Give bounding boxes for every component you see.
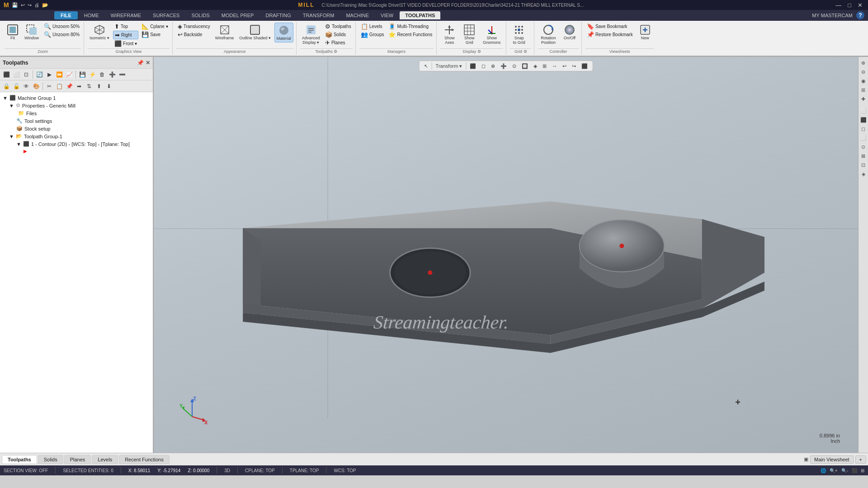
my-mastercam-label[interactable]: MY MASTERCAM (812, 13, 853, 18)
status-fit-icon[interactable]: ⬛ (852, 468, 857, 473)
save-view-button[interactable]: 💾 Save (140, 31, 169, 38)
show-axes-btn[interactable]: ShowAxes (440, 23, 458, 46)
rotation-position-btn[interactable]: RotationPosition (538, 23, 559, 46)
tab-modelprep[interactable]: MODEL PREP (216, 11, 259, 19)
status-expand-icon[interactable]: ⊞ (861, 468, 864, 473)
unlock-btn[interactable]: 🔓 (12, 82, 21, 91)
vp-tool10[interactable]: ⬛ (580, 63, 590, 70)
bottom-tab-solids[interactable]: Solids (38, 455, 63, 464)
tab-wireframe[interactable]: WIREFRAME (105, 11, 146, 19)
right-btn-6[interactable]: ⬜ (859, 107, 868, 115)
solids-mgr-btn[interactable]: 📦 Solids (324, 31, 353, 38)
vp-tool1[interactable]: ⬛ (468, 63, 478, 70)
highfeed-btn[interactable]: ⚡ (88, 70, 97, 79)
viewsheet-add-btn[interactable]: + (855, 455, 866, 464)
vp-tool4[interactable]: ➕ (499, 63, 509, 70)
right-btn-1[interactable]: ⊕ (859, 59, 868, 67)
tab-file[interactable]: FILE (54, 11, 78, 19)
vp-transform-btn[interactable]: Transform ▾ (434, 63, 464, 70)
tab-drafting[interactable]: DRAFTING (260, 11, 296, 19)
copy-btn[interactable]: 📋 (55, 82, 64, 91)
close-btn[interactable]: ✕ (856, 2, 864, 9)
unzoom50-button[interactable]: 🔍 Unzoom 50% (42, 23, 81, 30)
panel-close-btn[interactable]: ✕ (146, 60, 150, 66)
restore-bookmark-btn[interactable]: 📌 Restore Bookmark (585, 31, 634, 38)
lock-btn[interactable]: 🔒 (2, 82, 11, 91)
vp-tool5[interactable]: ⊙ (510, 63, 518, 70)
tree-files[interactable]: 📁 Files (2, 109, 151, 117)
maximize-btn[interactable]: □ (846, 2, 853, 9)
save-bookmark-btn[interactable]: 🔖 Save Bookmark (585, 23, 634, 30)
levels-btn[interactable]: 📋 Levels (359, 23, 386, 30)
isometric-button[interactable]: Isometric ▾ (88, 23, 111, 42)
hide-btn[interactable]: 👁 (22, 82, 31, 91)
right-btn-4[interactable]: ⊞ (859, 86, 868, 94)
redo-icon[interactable]: ↪ (28, 2, 32, 8)
panel-pin-btn[interactable]: 📌 (137, 60, 144, 66)
bottom-tab-recent[interactable]: Recent Functions (119, 455, 170, 464)
color-btn[interactable]: 🎨 (32, 82, 41, 91)
fit-button[interactable]: Fit (5, 23, 21, 42)
vp-undo[interactable]: ↩ (561, 63, 568, 70)
translucency-button[interactable]: ◈ Translucency (176, 23, 212, 30)
right-btn-9[interactable]: ⬜ (859, 134, 868, 142)
vp-tool8[interactable]: ⊞ (541, 63, 548, 70)
verify-btn[interactable]: ▶ (45, 70, 54, 79)
show-grid-btn[interactable]: ShowGrid (460, 23, 478, 46)
viewport[interactable]: ↖ Transform ▾ ⬛ ◻ ⊕ ➕ ⊙ 🔲 ◈ ⊞ ↔ ↩ ↪ ⬛ (154, 57, 858, 453)
select-toggle-btn[interactable]: ⊡ (22, 70, 31, 79)
undo-icon[interactable]: ↩ (21, 2, 25, 8)
vp-tool6[interactable]: 🔲 (520, 63, 530, 70)
right-btn-12[interactable]: ⊡ (859, 161, 868, 169)
tab-view[interactable]: VIEW (375, 11, 399, 19)
planes-mgr-btn[interactable]: ✈ Planes (324, 39, 353, 47)
help-icon[interactable]: ? (856, 11, 864, 19)
toolpaths-mgr-btn[interactable]: ⚙ Toolpaths (324, 23, 353, 30)
vp-select-mode[interactable]: ↖ (422, 63, 430, 70)
vp-tool2[interactable]: ◻ (480, 63, 487, 70)
backside-button[interactable]: ↩ Backside (176, 31, 212, 38)
tree-stock-setup[interactable]: 📦 Stock setup (2, 125, 151, 132)
right-btn-5[interactable]: ✚ (859, 95, 868, 103)
advanced-display-button[interactable]: AdvancedDisplay ▾ (300, 23, 322, 46)
save-quick-icon[interactable]: 💾 (12, 2, 18, 8)
move-dn-btn[interactable]: ⬇ (104, 82, 113, 91)
tab-machine[interactable]: MACHINE (340, 11, 374, 19)
delete-btn[interactable]: 🗑 (98, 70, 107, 79)
tab-home[interactable]: HOME (79, 11, 104, 19)
tab-solids[interactable]: SOLIDS (186, 11, 215, 19)
tab-toolpaths[interactable]: TOOLPATHS (400, 11, 440, 19)
bottom-tab-levels[interactable]: Levels (92, 455, 118, 464)
right-btn-7[interactable]: ⬛ (859, 116, 868, 124)
vp-tool3[interactable]: ⊕ (489, 63, 497, 70)
groups-btn[interactable]: 👥 Groups (359, 31, 386, 38)
tree-properties[interactable]: ▼ ⚙ Properties - Generic Mill (2, 102, 151, 109)
paste-btn[interactable]: 📌 (65, 82, 74, 91)
onoff-btn[interactable]: On/Off (561, 23, 579, 42)
right-btn-2[interactable]: ⊖ (859, 68, 868, 76)
tab-transform[interactable]: TRANSFORM (297, 11, 340, 19)
tab-surfaces[interactable]: SURFACES (147, 11, 185, 19)
right-button[interactable]: ➡ Right (113, 31, 138, 39)
right-btn-13[interactable]: ◈ (859, 170, 868, 178)
vp-tool7[interactable]: ◈ (532, 63, 539, 70)
wireframe-button[interactable]: Wireframe (213, 23, 236, 42)
insert-btn[interactable]: ➡ (75, 82, 84, 91)
unzoom80-button[interactable]: 🔍 Unzoom 80% (42, 31, 81, 38)
material-button[interactable]: Material (274, 23, 293, 42)
snap-to-grid-btn[interactable]: Snapto Grid (510, 23, 528, 46)
status-zoom-in-icon[interactable]: 🔍+ (830, 468, 838, 473)
tree-contour-op[interactable]: ▼ ⬛ 1 - Contour (2D) - [WCS: Top] - [Tpl… (2, 140, 151, 148)
right-btn-11[interactable]: ⊠ (859, 152, 868, 160)
select-all-btn[interactable]: ⬛ (2, 70, 11, 79)
move-up-btn[interactable]: ⬆ (94, 82, 104, 91)
cut-btn[interactable]: ✂ (45, 82, 54, 91)
right-btn-3[interactable]: ◉ (859, 77, 868, 85)
bottom-tab-toolpaths[interactable]: Toolpaths (2, 455, 37, 464)
show-gnomons-btn[interactable]: ShowGnomons (480, 23, 503, 46)
new-viewsheet-btn[interactable]: New (636, 23, 654, 42)
cplane-button[interactable]: 📐 Cplane ▾ (140, 23, 169, 30)
select-none-btn[interactable]: ⬜ (12, 70, 21, 79)
collapse-btn[interactable]: ➖ (118, 70, 127, 79)
postprocess-btn[interactable]: 💾 (78, 70, 87, 79)
